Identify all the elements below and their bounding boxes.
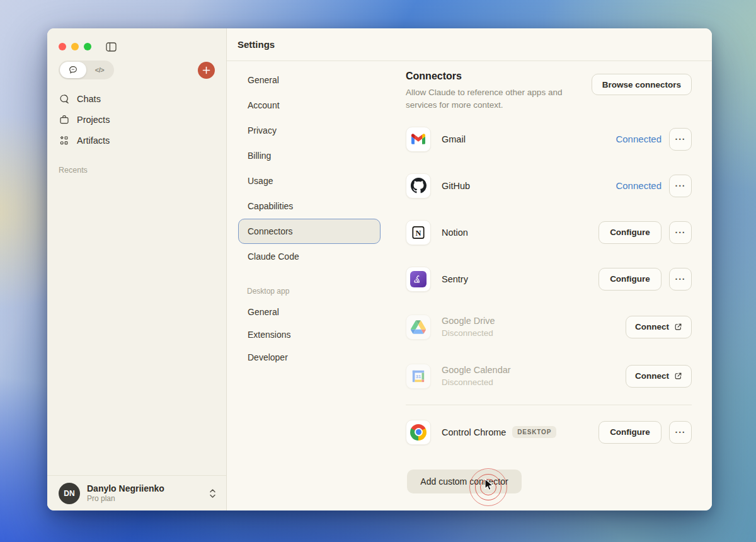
desktop: { "window": { "title": "Settings" }, "si… [0, 0, 756, 542]
minimize-window-button[interactable] [71, 43, 79, 50]
chevron-up-down-icon [209, 488, 216, 499]
sidebar-item-label: Chats [77, 94, 101, 104]
connectors-heading-block: Connectors Allow Claude to reference oth… [406, 70, 568, 112]
chat-bubble-icon [68, 65, 78, 75]
connector-row-github: GitHub Connected ··· [406, 163, 692, 209]
claude-settings-window: </> Chats Projects [47, 28, 712, 510]
settings-nav-usage[interactable]: Usage [238, 168, 381, 193]
account-menu[interactable]: DN Danylo Negriienko Pro plan [47, 475, 226, 510]
status-connected: Connected [616, 180, 662, 191]
sidebar-item-label: Projects [77, 115, 110, 125]
add-custom-connector-button[interactable]: Add custom connector [407, 470, 522, 493]
connector-row-sentry: Sentry Configure ··· [406, 256, 692, 303]
svg-text:31: 31 [416, 374, 421, 379]
recents-label: Recents [59, 166, 226, 175]
configure-button[interactable]: Configure [598, 221, 662, 244]
close-window-button[interactable] [59, 43, 66, 50]
settings-title: Settings [238, 39, 275, 50]
settings-nav-account[interactable]: Account [238, 93, 381, 118]
sidebar-nav: Chats Projects Artifacts [54, 88, 220, 151]
sidebar-toggle-icon[interactable] [106, 42, 117, 52]
more-options-button[interactable]: ··· [669, 421, 692, 444]
configure-button[interactable]: Configure [598, 421, 662, 444]
ellipsis-icon: ··· [675, 427, 686, 437]
settings-nav-extensions[interactable]: Extensions [238, 323, 381, 346]
more-options-button[interactable]: ··· [669, 221, 692, 244]
ellipsis-icon: ··· [675, 134, 686, 144]
settings-nav-connectors[interactable]: Connectors [238, 219, 381, 244]
connector-name: Google Drive [442, 316, 495, 326]
artifacts-icon [59, 135, 70, 146]
connector-name: Notion [442, 228, 468, 238]
ellipsis-icon: ··· [675, 228, 686, 238]
fullscreen-window-button[interactable] [84, 43, 91, 50]
settings-pane: Settings General Account Privacy Billing… [227, 28, 712, 510]
status-disconnected: Disconnected [442, 378, 511, 387]
connector-row-notion: N Notion Configure ··· [406, 209, 692, 256]
connector-name: GitHub [442, 181, 470, 191]
sidebar-item-chats[interactable]: Chats [54, 88, 220, 109]
sidebar-item-label: Artifacts [77, 136, 110, 146]
notion-icon: N [406, 220, 431, 245]
page-description: Allow Claude to reference other apps and… [406, 86, 568, 112]
configure-button[interactable]: Configure [598, 268, 662, 291]
settings-nav-privacy[interactable]: Privacy [238, 118, 381, 143]
new-chat-button[interactable] [198, 62, 215, 79]
external-link-icon [674, 323, 682, 331]
settings-nav-claude-code[interactable]: Claude Code [238, 244, 381, 269]
settings-header: Settings [227, 28, 712, 61]
external-link-icon [674, 372, 682, 380]
divider [406, 405, 692, 405]
svg-text:N: N [416, 229, 421, 238]
ellipsis-icon: ··· [675, 274, 686, 284]
connector-row-control-chrome: Control Chrome DESKTOP Configure ··· [406, 409, 692, 456]
settings-nav-general[interactable]: General [238, 67, 381, 93]
user-plan: Pro plan [87, 494, 164, 503]
mode-segmented-control[interactable]: </> [59, 61, 114, 79]
settings-nav-developer[interactable]: Developer [238, 346, 381, 369]
avatar: DN [59, 483, 80, 504]
connector-name: Sentry [442, 274, 468, 284]
connector-name: Google Calendar [442, 365, 511, 375]
user-info: Danylo Negriienko Pro plan [87, 483, 164, 504]
connector-list: Gmail Connected ··· GitHub Conne [406, 116, 692, 456]
google-calendar-icon: 31 [406, 364, 431, 389]
google-drive-icon [406, 314, 431, 340]
github-icon [406, 173, 431, 199]
settings-nav: General Account Privacy Billing Usage Ca… [227, 61, 397, 510]
more-options-button[interactable]: ··· [669, 268, 692, 291]
sidebar-item-artifacts[interactable]: Artifacts [54, 130, 220, 151]
ellipsis-icon: ··· [675, 181, 686, 191]
connectors-content: Connectors Allow Claude to reference oth… [397, 61, 712, 510]
settings-nav-billing[interactable]: Billing [238, 143, 381, 168]
status-connected: Connected [616, 134, 662, 144]
settings-nav-section-label: Desktop app [247, 287, 397, 296]
gmail-icon [406, 127, 431, 152]
chats-icon [59, 93, 70, 105]
code-icon: </> [95, 66, 104, 74]
status-disconnected: Disconnected [442, 328, 495, 338]
connector-name: Control Chrome [442, 427, 506, 437]
connect-button[interactable]: Connect [626, 365, 692, 388]
browse-connectors-button[interactable]: Browse connectors [592, 74, 692, 95]
more-options-button[interactable]: ··· [669, 128, 692, 151]
code-mode-button[interactable]: </> [86, 62, 113, 78]
connect-button[interactable]: Connect [626, 316, 692, 338]
plus-icon [202, 66, 210, 74]
app-sidebar: </> Chats Projects [47, 28, 227, 510]
more-options-button[interactable]: ··· [669, 175, 692, 197]
connector-row-gmail: Gmail Connected ··· [406, 116, 692, 163]
connector-row-google-calendar: 31 Google Calendar Disconnected Connect [406, 352, 692, 401]
page-title: Connectors [406, 70, 568, 83]
sidebar-item-projects[interactable]: Projects [54, 109, 220, 130]
settings-nav-desktop-general[interactable]: General [238, 301, 381, 323]
connector-name: Gmail [442, 134, 466, 144]
window-titlebar [59, 43, 226, 50]
desktop-badge: DESKTOP [512, 426, 556, 438]
chrome-icon [406, 420, 431, 445]
chat-mode-button[interactable] [60, 62, 86, 78]
settings-nav-capabilities[interactable]: Capabilities [238, 193, 381, 219]
mode-row: </> [59, 61, 215, 79]
connector-row-google-drive: Google Drive Disconnected Connect [406, 303, 692, 352]
sentry-icon [406, 267, 431, 292]
